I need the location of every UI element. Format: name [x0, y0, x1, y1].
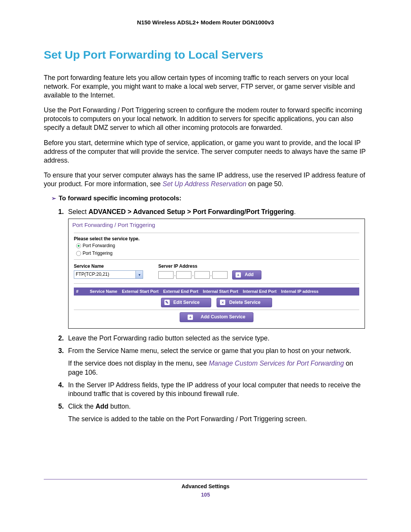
step-4: 4. In the Server IP Address fields, type…: [58, 381, 367, 398]
th-int-ip: Internal IP address: [279, 288, 321, 296]
th-int-end: Internal End Port: [241, 288, 279, 296]
server-ip-label: Server IP Address: [158, 264, 261, 270]
step-1-path: ADVANCED > Advanced Setup > Port Forward…: [89, 208, 294, 216]
ip-octet-4[interactable]: [212, 271, 228, 279]
page-footer: Advanced Settings 105: [44, 479, 367, 498]
link-custom-services[interactable]: Manage Custom Services for Port Forwardi…: [209, 359, 344, 367]
th-ext-end: External End Port: [161, 288, 201, 296]
delete-service-button[interactable]: × Delete Service: [217, 298, 272, 308]
divider: [74, 259, 359, 260]
page: N150 Wireless ADSL2+ Modem Router DGN100…: [0, 0, 411, 532]
step-number: 4.: [58, 381, 64, 390]
radio-port-forwarding-label: Port Forwarding: [83, 243, 115, 249]
footer-section: Advanced Settings: [44, 483, 367, 489]
th-ext-start: External Start Port: [119, 288, 161, 296]
chevron-down-icon: ▾: [135, 271, 143, 278]
delete-service-label: Delete Service: [229, 300, 260, 306]
divider: [74, 283, 359, 284]
ip-octet-1[interactable]: [158, 271, 174, 279]
para4-text-b: on page 50.: [246, 180, 283, 188]
plus-icon: +: [236, 272, 241, 278]
step-5: 5. Click the Add button. The service is …: [58, 402, 367, 423]
step-number: 1.: [58, 208, 64, 216]
th-service-name: Service Name: [88, 288, 119, 296]
step-number: 5.: [58, 402, 64, 411]
radio-port-triggering-label: Port Triggering: [83, 251, 113, 257]
step-1-text-a: Select: [68, 208, 89, 216]
step-5-result: The service is added to the table on the…: [68, 415, 367, 423]
ip-octet-2[interactable]: [176, 271, 191, 279]
step-3-text: From the Service Name menu, select the s…: [68, 347, 351, 355]
add-custom-service-button[interactable]: + Add Custom Service: [180, 312, 253, 322]
radio-icon: [76, 251, 81, 256]
edit-service-button[interactable]: ✎ Edit Service: [161, 298, 212, 308]
step-2: 2. Leave the Port Forwarding radio butto…: [58, 334, 367, 343]
add-button[interactable]: + Add: [232, 270, 261, 280]
step-5-bold: Add: [96, 403, 108, 410]
step-5b: button.: [108, 403, 131, 410]
divider: [74, 310, 359, 310]
procedure-heading: ➢To forward specific incoming protocols:: [51, 195, 367, 202]
ip-address-fields[interactable]: . . .: [158, 271, 228, 279]
edit-service-label: Edit Service: [174, 300, 200, 306]
th-hash: #: [74, 288, 88, 296]
step-number: 3.: [58, 347, 64, 355]
page-title: Set Up Port Forwarding to Local Servers: [44, 48, 367, 61]
step-2-text: Leave the Port Forwarding radio button s…: [68, 334, 269, 342]
step-4-text: In the Server IP Address fields, type th…: [68, 381, 361, 398]
add-custom-service-label: Add Custom Service: [201, 314, 245, 320]
step-3: 3. From the Service Name menu, select th…: [58, 347, 367, 377]
radio-icon: [76, 243, 81, 248]
intro-para-4: To ensure that your server computer alwa…: [44, 171, 367, 189]
step-1-text-b: .: [294, 208, 296, 216]
step-5a: Click the: [68, 403, 96, 410]
footer-page-number: 105: [44, 492, 367, 498]
service-name-value: FTP(TCP:20,21): [74, 272, 135, 278]
close-icon: ×: [220, 300, 225, 305]
arrow-icon: ➢: [51, 195, 56, 201]
link-address-reservation[interactable]: Set Up Address Reservation: [162, 180, 246, 188]
th-int-start: Internal Start Port: [201, 288, 241, 296]
ip-octet-3[interactable]: [194, 271, 210, 279]
doc-header: N150 Wireless ADSL2+ Modem Router DGN100…: [44, 19, 367, 26]
screenshot-title: Port Forwarding / Port Triggering: [69, 220, 364, 233]
step-1: 1. Select ADVANCED > Advanced Setup > Po…: [58, 208, 367, 329]
radio-port-triggering[interactable]: Port Triggering: [69, 250, 364, 257]
divider: [74, 233, 359, 233]
intro-para-2: Use the Port Forwarding / Port Triggerin…: [44, 106, 367, 132]
intro-para-3: Before you start, determine which type o…: [44, 139, 367, 165]
intro-para-1: The port forwarding feature lets you all…: [44, 73, 367, 100]
steps-list: 1. Select ADVANCED > Advanced Setup > Po…: [58, 208, 367, 423]
pencil-icon: ✎: [164, 300, 170, 305]
service-name-label: Service Name: [74, 264, 143, 270]
procedure-heading-text: To forward specific incoming protocols:: [59, 195, 182, 202]
step-number: 2.: [58, 334, 64, 343]
plus-icon: +: [188, 315, 193, 320]
radio-port-forwarding[interactable]: Port Forwarding: [69, 242, 364, 250]
table-header: # Service Name External Start Port Exter…: [74, 288, 359, 296]
screenshot-panel: Port Forwarding / Port Triggering Please…: [68, 219, 365, 329]
step-3b-pre: If the service does not display in the m…: [68, 359, 209, 367]
service-type-label: Please select the service type.: [69, 236, 364, 242]
service-name-select[interactable]: FTP(TCP:20,21) ▾: [74, 270, 143, 279]
add-button-label: Add: [245, 272, 253, 278]
